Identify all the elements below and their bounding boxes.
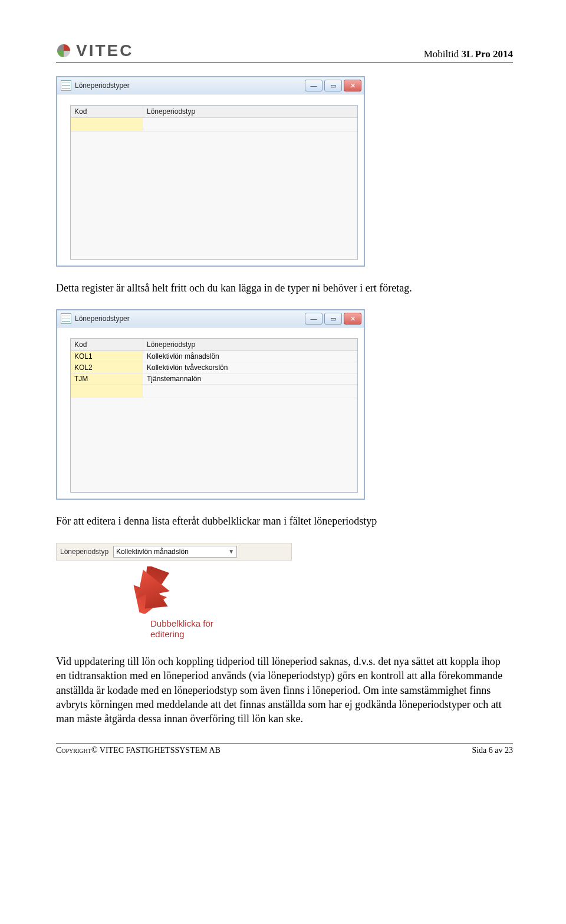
grid-row[interactable]: KOL2 Kollektivlön tvåveckorslön: [71, 362, 357, 373]
grid-header: Kod Löneperiodstyp: [71, 106, 357, 118]
close-button[interactable]: ✕: [344, 313, 361, 325]
paragraph-2: För att editera i denna lista efteråt du…: [56, 514, 513, 528]
dropdown-field[interactable]: Kollektivlön månadslön ▼: [113, 546, 237, 558]
page-header: VITEC Mobiltid 3L Pro 2014: [56, 41, 513, 63]
footer-page-number: Sida 6 av 23: [472, 746, 513, 755]
grid[interactable]: Kod Löneperiodstyp: [70, 105, 358, 260]
window-titlebar[interactable]: Löneperiodstyper — ▭ ✕: [57, 310, 364, 327]
window-title: Löneperiodstyper: [75, 81, 130, 90]
grid-row[interactable]: TJM Tjänstemannalön: [71, 373, 357, 385]
window-title: Löneperiodstyper: [75, 314, 130, 323]
grid[interactable]: Kod Löneperiodstyp KOL1 Kollektivlön mån…: [70, 338, 358, 493]
grid-header: Kod Löneperiodstyp: [71, 339, 357, 351]
logo: VITEC: [56, 41, 133, 60]
header-title: Mobiltid 3L Pro 2014: [424, 48, 513, 60]
logo-text: VITEC: [76, 41, 133, 60]
col-kod: Kod: [71, 106, 143, 117]
paragraph-1: Detta register är alltså helt fritt och …: [56, 281, 513, 295]
window-loneperiodstyper-empty: Löneperiodstyper — ▭ ✕ Kod Löneperiodsty…: [56, 76, 365, 267]
dropdown-value: Kollektivlön månadslön: [116, 548, 189, 556]
window-icon: [61, 313, 71, 324]
chevron-down-icon: ▼: [228, 548, 234, 555]
dropdown-snippet: Löneperiodstyp Kollektivlön månadslön ▼: [56, 543, 292, 561]
arrow-caption: Dubbelklicka för editering: [150, 618, 513, 641]
grid-row-empty[interactable]: [71, 118, 357, 132]
window-titlebar[interactable]: Löneperiodstyper — ▭ ✕: [57, 77, 364, 94]
close-button[interactable]: ✕: [344, 80, 361, 91]
footer-copyright: Copyright© VITEC FASTIGHETSSYSTEM AB: [56, 746, 221, 755]
cell-kod[interactable]: KOL1: [71, 351, 143, 362]
grid-row-empty[interactable]: [71, 385, 357, 398]
col-typ: Löneperiodstyp: [143, 339, 357, 350]
red-arrow-icon: [121, 566, 513, 616]
cell-kod[interactable]: KOL2: [71, 362, 143, 373]
window-icon: [61, 80, 71, 91]
page-footer: Copyright© VITEC FASTIGHETSSYSTEM AB Sid…: [56, 743, 513, 755]
paragraph-3: Vid uppdatering till lön och koppling ti…: [56, 654, 513, 726]
grid-row[interactable]: KOL1 Kollektivlön månadslön: [71, 351, 357, 362]
vitec-logo-icon: [56, 43, 71, 58]
dropdown-label: Löneperiodstyp: [60, 548, 108, 556]
col-typ: Löneperiodstyp: [143, 106, 357, 117]
maximize-button[interactable]: ▭: [324, 313, 342, 325]
cell-kod[interactable]: TJM: [71, 373, 143, 384]
minimize-button[interactable]: —: [305, 313, 323, 325]
maximize-button[interactable]: ▭: [324, 80, 342, 91]
cell-typ[interactable]: Tjänstemannalön: [143, 373, 357, 384]
minimize-button[interactable]: —: [305, 80, 323, 91]
col-kod: Kod: [71, 339, 143, 350]
window-loneperiodstyper-filled: Löneperiodstyper — ▭ ✕ Kod Löneperiodsty…: [56, 309, 365, 500]
cell-typ[interactable]: Kollektivlön tvåveckorslön: [143, 362, 357, 373]
cell-typ[interactable]: Kollektivlön månadslön: [143, 351, 357, 362]
